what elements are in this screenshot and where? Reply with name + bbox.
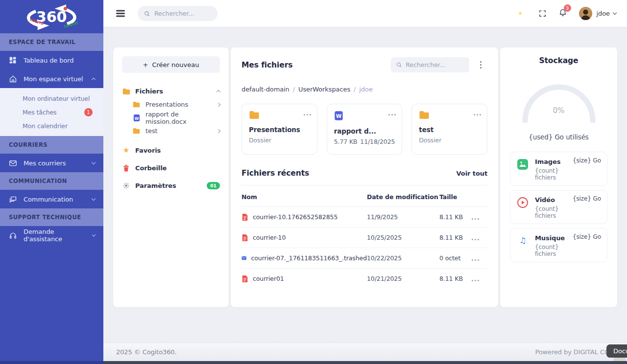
sidebar-subitem-calendar[interactable]: Mon calendrier [0,119,103,133]
card-menu-icon[interactable] [391,114,393,115]
card-type: Dossier [419,136,441,144]
row-menu-icon[interactable] [475,218,476,220]
bottom-strip-main [103,361,627,364]
files-search[interactable] [391,57,469,72]
storage-panel: Stockage 0% {used} Go utilisés Images {c… [500,47,617,307]
tree-item-label: Favoris [135,147,161,154]
view-all-link[interactable]: Voir tout [457,170,487,177]
notifications-button[interactable]: 3 [558,8,567,19]
table-row[interactable]: courrier-07._1761183511663_.trashed 10/2… [241,248,487,268]
fullscreen-icon[interactable] [538,9,547,18]
sidebar-item-assistance[interactable]: Demande d'assistance [0,226,103,245]
tree-item-files-root[interactable]: Fichiers [122,85,220,98]
category-size: {size} Go [573,157,601,164]
card-title: Presentations [249,126,310,134]
sidebar-submenu: Mon ordinateur virtuel Mes tâches 1 Mon … [0,88,103,136]
storage-percent: 0% [517,106,601,115]
svg-text:W: W [336,113,341,119]
username-text: jdoe [597,10,610,17]
tree-item-settings[interactable]: Paramètres 01 [122,179,220,192]
breadcrumb-domain[interactable]: default-domain [241,86,289,93]
card-title: test [419,126,480,134]
storage-used-label: {used} Go utilisés [510,133,607,141]
breadcrumb-workspaces[interactable]: UserWorkspaces [298,86,350,93]
sidebar-section-support: SUPPORT TECHNIQUE [0,208,103,226]
tree-item-test[interactable]: test [122,124,220,137]
card-date: 11/18/2025 [360,138,395,145]
sidebar: 360 COGITO COGITO ESPACE DE TRAVAIL Tabl… [0,0,103,361]
row-file-name: courrier01 [253,275,284,282]
row-menu-icon[interactable] [475,259,476,261]
card-menu-icon[interactable] [477,114,478,115]
file-card-rapport[interactable]: W rapport d... 5.77 KB11/18/2025 [327,104,403,155]
storage-categories: Images {count} fichiers {size} Go Vidéo … [510,152,607,262]
hamburger-menu-icon[interactable] [116,13,125,14]
column-size[interactable]: Taille [439,193,475,201]
row-size: 8.11 KB [439,234,475,241]
chat-icon [8,195,17,204]
file-card-presentations[interactable]: Presentations Dossier [241,104,317,155]
sidebar-item-communication[interactable]: Communication [0,190,103,208]
create-new-label: Créer nouveau [152,61,199,68]
sidebar-subitem-label: Mon calendrier [23,122,68,130]
user-menu[interactable]: jdoe [579,7,616,20]
sidebar-subitem-tasks[interactable]: Mes tâches 1 [0,105,103,119]
sidebar-subitem-label: Mon ordinateur virtuel [23,95,90,102]
storage-category-video[interactable]: Vidéo {count} fichiers {size} Go [510,190,607,224]
tree-item-trash[interactable]: Corbeille [122,161,220,175]
file-icon [241,234,248,242]
row-file-name: courrier-07._1761183511663_.trashed [251,254,367,262]
image-icon [516,158,529,171]
kebab-menu-icon[interactable] [480,64,482,66]
card-title: rapport d... [334,127,395,135]
storage-category-images[interactable]: Images {count} fichiers {size} Go [510,152,607,186]
row-menu-icon[interactable] [475,239,476,240]
folder-icon [132,127,141,135]
tree-item-favorites[interactable]: ★ Favoris [122,143,220,157]
tree-item-label: Presentations [145,101,188,108]
gear-icon [122,182,130,190]
table-row[interactable]: courrier-10.1762652582855 11/9/2025 8.11… [241,206,487,227]
sidebar-item-label: Mon espace virtuel [24,75,83,83]
row-file-name: courrier-10 [253,234,286,241]
sidebar-item-virtual-space[interactable]: Mon espace virtuel [0,69,103,88]
column-name[interactable]: Nom [241,193,367,201]
folder-icon [122,87,130,95]
row-date: 10/21/2025 [367,275,439,282]
powered-by-text: Powered by DIGITAL COG [535,348,614,356]
breadcrumb-separator: / [354,86,356,93]
search-icon [396,62,402,68]
file-card-test[interactable]: test Dossier [411,104,487,155]
row-date: 11/9/2025 [367,213,439,221]
chevron-up-icon [217,90,220,94]
row-size: 8.11 KB [439,213,475,221]
storage-category-music[interactable]: ♫ Musique {count} fichiers {size} Go [510,228,607,262]
table-row[interactable]: courrier-10 10/25/2025 8.11 KB [241,227,487,248]
search-input[interactable] [154,10,211,17]
language-flag-icon[interactable]: ★ [514,9,527,18]
chevron-down-icon [92,232,96,236]
brand-logo[interactable]: 360 COGITO COGITO [0,0,103,33]
files-search-input[interactable] [406,61,464,68]
tree-item-label: test [145,127,158,135]
star-icon: ★ [122,146,130,155]
trash-icon [122,164,130,172]
sidebar-subitem-virtual-computer[interactable]: Mon ordinateur virtuel [0,91,103,105]
sidebar-subitem-label: Mes tâches [23,109,57,116]
sidebar-item-label: Demande d'assistance [24,228,86,243]
card-menu-icon[interactable] [307,114,308,115]
row-menu-icon[interactable] [475,280,476,281]
tree-item-presentations[interactable]: Presentations [122,98,220,111]
sidebar-item-dashboard[interactable]: Tableau de bord [0,51,103,69]
column-date[interactable]: Date de modification [367,193,439,201]
tree-item-rapport-docx[interactable]: W rapport de mission.docx [122,111,220,124]
storage-title: Stockage [510,56,607,65]
table-row[interactable]: courrier01 10/21/2025 8.11 KB [241,268,487,289]
create-new-button[interactable]: + Créer nouveau [122,56,220,73]
sidebar-item-mails[interactable]: Mes courriers [0,154,103,172]
file-tree-panel: + Créer nouveau Fichiers Presentations [113,47,229,307]
global-search[interactable] [138,6,217,21]
file-icon [241,213,248,221]
notification-count-badge: 3 [564,4,571,12]
chevron-right-icon [217,129,220,133]
